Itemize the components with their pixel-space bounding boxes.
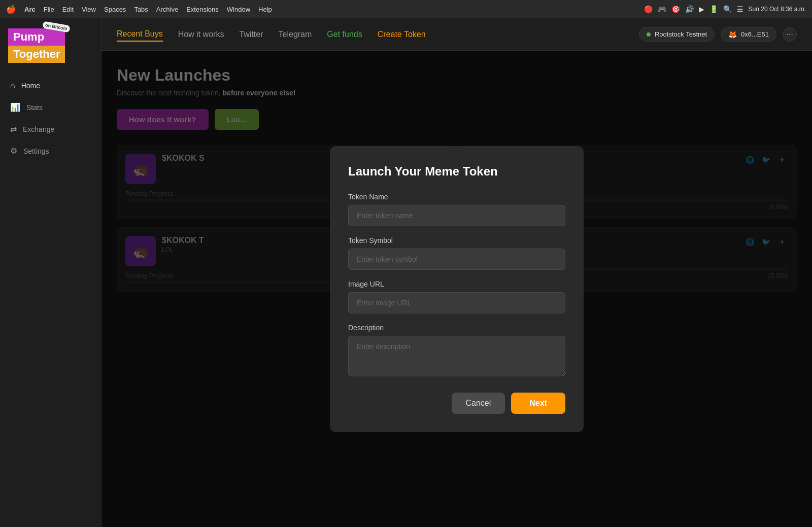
modal-actions: Cancel Next (348, 393, 565, 414)
sidebar-item-label: Stats (26, 103, 43, 112)
next-button[interactable]: Next (511, 393, 565, 414)
menubar-edit[interactable]: Edit (62, 6, 74, 13)
wallet-address: 0x6...E51 (741, 30, 769, 38)
arc-label[interactable]: Arc (24, 6, 36, 13)
menubar-icon-1: 🔴 (644, 5, 653, 13)
modal-title: Launch Your Meme Token (348, 164, 565, 179)
menubar-control-center[interactable]: ☰ (737, 5, 743, 13)
token-symbol-input[interactable] (348, 249, 565, 270)
app-layout: on Bitcoin Pump Together ⌂ Home 📊 Stats … (0, 18, 812, 527)
sidebar-navigation: ⌂ Home 📊 Stats ⇄ Exchange ⚙ Settings (0, 75, 101, 162)
page-content: New Launches Discover the next trending … (101, 51, 812, 527)
image-url-label: Image URL (348, 280, 565, 288)
settings-icon: ⚙ (10, 146, 17, 156)
wallet-badge[interactable]: 🦊 0x6...E51 (721, 27, 776, 42)
token-name-label: Token Name (348, 193, 565, 201)
create-token-modal: Launch Your Meme Token Token Name Token … (330, 146, 584, 432)
form-group-description: Description (348, 324, 565, 378)
top-nav-right: Rootstock Testnet 🦊 0x6...E51 ⋯ (639, 27, 797, 42)
menubar-file[interactable]: File (44, 6, 54, 13)
sidebar-item-label: Settings (23, 147, 49, 155)
menubar-window[interactable]: Window (227, 6, 250, 13)
sidebar-item-settings[interactable]: ⚙ Settings (0, 140, 101, 162)
more-options-button[interactable]: ⋯ (783, 27, 797, 42)
sidebar-item-home[interactable]: ⌂ Home (0, 75, 101, 96)
network-name: Rootstock Testnet (655, 30, 707, 38)
modal-overlay: Launch Your Meme Token Token Name Token … (101, 51, 812, 527)
menubar-search[interactable]: 🔍 (723, 5, 732, 13)
home-icon: ⌂ (10, 81, 15, 90)
nav-recent-buys[interactable]: Recent Buys (117, 27, 163, 42)
wallet-icon: 🦊 (728, 30, 737, 39)
network-status-dot (647, 32, 651, 37)
menubar-icon-3: 🎯 (671, 5, 680, 13)
sidebar-item-label: Home (21, 82, 40, 90)
menubar-battery: 🔋 (709, 5, 718, 13)
menubar-icon-4: 🔊 (685, 5, 694, 13)
menubar-extensions[interactable]: Extensions (186, 6, 219, 13)
menubar-help[interactable]: Help (258, 6, 272, 13)
menubar-icon-2: 🎮 (658, 5, 666, 13)
form-group-token-name: Token Name (348, 193, 565, 226)
main-content: Recent Buys How it works Twitter Telegra… (101, 18, 812, 527)
exchange-icon: ⇄ (10, 124, 17, 134)
description-label: Description (348, 324, 565, 332)
nav-telegram[interactable]: Telegram (279, 28, 312, 41)
image-url-input[interactable] (348, 292, 565, 313)
stats-icon: 📊 (10, 102, 20, 112)
sidebar: on Bitcoin Pump Together ⌂ Home 📊 Stats … (0, 18, 101, 527)
network-badge[interactable]: Rootstock Testnet (639, 27, 715, 42)
menubar-icon-5: ▶ (699, 5, 704, 13)
menubar-view[interactable]: View (82, 6, 96, 13)
menubar-archive[interactable]: Archive (156, 6, 178, 13)
menubar-time: Sun 20 Oct 8:36 a.m. (749, 6, 806, 13)
menubar-spaces[interactable]: Spaces (104, 6, 126, 13)
form-group-image-url: Image URL (348, 280, 565, 313)
token-name-input[interactable] (348, 205, 565, 226)
cancel-button[interactable]: Cancel (452, 393, 505, 414)
sidebar-logo: on Bitcoin Pump Together (0, 28, 101, 75)
menubar-tabs[interactable]: Tabs (134, 6, 148, 13)
token-symbol-label: Token Symbol (348, 236, 565, 244)
menubar: 🍎 Arc File Edit View Spaces Tabs Archive… (0, 0, 812, 18)
sidebar-item-exchange[interactable]: ⇄ Exchange (0, 118, 101, 140)
logo-together: Together (8, 46, 65, 63)
nav-how-it-works[interactable]: How it works (178, 28, 224, 41)
form-group-token-symbol: Token Symbol (348, 236, 565, 270)
nav-twitter[interactable]: Twitter (239, 28, 263, 41)
description-textarea[interactable] (348, 336, 565, 376)
sidebar-item-label: Exchange (23, 125, 54, 133)
logo-pump: Pump (8, 28, 65, 46)
apple-icon[interactable]: 🍎 (6, 5, 16, 14)
nav-create-token[interactable]: Create Token (378, 28, 426, 41)
top-nav: Recent Buys How it works Twitter Telegra… (101, 18, 812, 51)
sidebar-item-stats[interactable]: 📊 Stats (0, 96, 101, 118)
nav-get-funds[interactable]: Get funds (327, 28, 362, 41)
